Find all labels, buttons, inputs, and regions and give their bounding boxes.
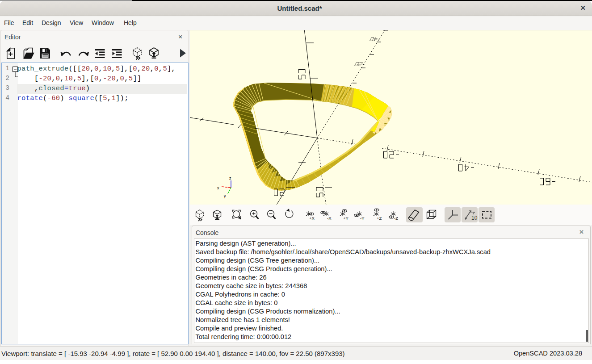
svg-text:+Z: +Z: [377, 216, 382, 221]
svg-text:y: y: [224, 194, 226, 198]
svg-text:+Y: +Y: [343, 216, 349, 221]
svg-text:+X: +X: [309, 216, 315, 221]
svg-text:10: 10: [471, 215, 478, 221]
svg-text:-Y: -Y: [360, 216, 365, 221]
svg-text:-X: -X: [327, 216, 332, 221]
svg-text:z: z: [229, 176, 231, 180]
svg-text:x: x: [217, 186, 219, 190]
svg-text:-Z: -Z: [394, 216, 398, 221]
